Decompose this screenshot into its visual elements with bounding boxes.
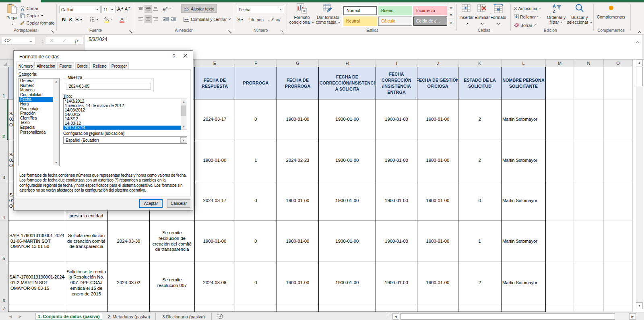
horizontal-scroll-thumb[interactable] [400, 313, 615, 320]
new-sheet-button[interactable] [217, 314, 223, 320]
cell-N4[interactable] [574, 181, 604, 221]
cell-H5[interactable]: 1900-01-00 [319, 221, 376, 262]
cell-J6[interactable]: 1900-01-00 [417, 262, 458, 304]
cell-style-Bueno[interactable]: Bueno [378, 6, 412, 15]
align-top-button[interactable] [137, 5, 144, 13]
sort-filter-button[interactable]: AZ Ordenar y filtrar [546, 3, 567, 25]
format-painter-button[interactable]: Copiar formato [20, 19, 54, 26]
cell-I2[interactable]: 1900-01-00 [376, 99, 417, 140]
increase-decimal-button[interactable]: ←.000 [267, 17, 274, 24]
cell-E4[interactable]: 2024-03-17 [195, 181, 235, 221]
sheet-tab-1. Conjunto de datos (pasiva)[interactable]: 1. Conjunto de datos (pasiva) [35, 313, 102, 320]
vertical-scrollbar[interactable] [636, 60, 643, 309]
cell-E2[interactable]: 2024-03-17 [195, 99, 235, 140]
percent-button[interactable]: % [250, 17, 254, 23]
dialog-tab-Fuente[interactable]: Fuente [57, 62, 74, 70]
type-scroll-thumb[interactable] [181, 105, 186, 116]
column-header-M[interactable]: M [546, 60, 574, 67]
wrap-text-button[interactable]: ab Ajustar texto [181, 4, 217, 13]
insert-function-button[interactable]: fx [75, 38, 79, 44]
cell-G3[interactable]: 2024-02-23 [277, 140, 319, 181]
cell-L4[interactable]: Martin Sotomayor [502, 181, 546, 221]
cell-C7[interactable] [108, 304, 150, 312]
comma-style-button[interactable]: 000 [257, 18, 264, 22]
cell-B7[interactable] [65, 304, 108, 312]
cell-I6[interactable]: 1900-01-00 [376, 262, 417, 304]
cell-N7[interactable] [574, 304, 604, 312]
cancel-button[interactable]: Cancelar [167, 199, 190, 208]
cell-L3[interactable]: Martin Sotomayor [502, 140, 546, 181]
cell-J7[interactable] [417, 304, 458, 312]
format-as-table-button[interactable]: Dar formato como tabla [315, 3, 341, 25]
addins-button[interactable]: Complementos [595, 3, 627, 20]
type-item[interactable]: 2012-03-14 [64, 126, 182, 130]
cell-I7[interactable] [376, 304, 417, 312]
cell-H2[interactable]: 1900-01-00 [319, 99, 376, 140]
dialog-help-button[interactable]: ? [169, 53, 178, 60]
cell-L2[interactable]: Martin Sotomayor [502, 99, 546, 140]
orientation-button[interactable]: ab [163, 5, 171, 12]
cell-O3[interactable] [604, 140, 633, 181]
decrease-font-button[interactable]: A▼ [125, 6, 130, 11]
column-header-J[interactable]: J [417, 60, 458, 67]
dialog-tab-Relleno[interactable]: Relleno [91, 62, 108, 70]
type-item[interactable]: 14/03/2012 [64, 108, 182, 112]
cell-N6[interactable] [574, 262, 604, 304]
cancel-entry-button[interactable]: ✕ [50, 38, 54, 43]
italic-button[interactable]: K [67, 17, 74, 23]
column-header-N[interactable]: N [574, 60, 604, 67]
category-scrollbar[interactable]: ▲ ▼ [53, 78, 59, 166]
conditional-formatting-button[interactable]: ≠ Formato condicional [289, 3, 315, 25]
cell-J3[interactable]: 1900-01-00 [417, 140, 458, 181]
column-header-E[interactable]: E [195, 60, 235, 67]
cell-M2[interactable] [546, 99, 574, 140]
cell-K7[interactable] [458, 304, 502, 312]
cell-N5[interactable] [574, 221, 604, 262]
cell-F2[interactable]: 0 [235, 99, 277, 140]
number-format-combo[interactable]: Fecha [237, 6, 284, 13]
cell-F1[interactable]: PRORROGA [235, 67, 277, 99]
align-bottom-button[interactable] [152, 5, 159, 13]
cell-D6[interactable]: Se remite resolución 007 [150, 262, 195, 304]
cell-L5[interactable]: Martin Sotomayor [502, 221, 546, 262]
cell-O7[interactable] [604, 304, 633, 312]
font-name-combo[interactable]: Calibri [59, 6, 101, 13]
cell-G5[interactable]: 1900-01-00 [277, 221, 319, 262]
gallery-down-button[interactable]: ▼ [448, 12, 454, 19]
type-scrollbar[interactable]: ▲ ▼ [181, 99, 187, 130]
cell-C6[interactable]: 2024-03-02 [108, 262, 150, 304]
cell-B5[interactable]: Solicita resolución de creación comité d… [65, 221, 108, 262]
cell-N1[interactable] [574, 67, 604, 99]
cell-L6[interactable]: Martin Sotomayor [502, 262, 546, 304]
cell-style-Celda de c...[interactable]: Celda de c... [413, 17, 447, 26]
dialog-tab-Borde[interactable]: Borde [75, 62, 90, 70]
cell-D5[interactable]: Se remite resolución de creación del com… [150, 221, 195, 262]
scroll-up-button[interactable]: ▲ [636, 60, 643, 66]
cell-M5[interactable] [546, 221, 574, 262]
collapse-formula-bar-button[interactable] [635, 38, 641, 43]
row-header-6[interactable]: 6 [0, 262, 8, 304]
cell-F4[interactable]: 0 [235, 181, 277, 221]
align-center-button[interactable] [144, 15, 152, 23]
cell-N2[interactable] [574, 99, 604, 140]
cell-style-Incorrecto[interactable]: Incorrecto [413, 6, 447, 15]
decrease-decimal-button[interactable]: .00→ [275, 17, 282, 24]
cell-F6[interactable]: 0 [235, 262, 277, 304]
decrease-indent-button[interactable] [163, 15, 169, 23]
gallery-up-button[interactable]: ▲ [448, 4, 454, 11]
cell-K2[interactable]: 2 [458, 99, 502, 140]
cell-M1[interactable] [546, 67, 574, 99]
cell-K5[interactable]: 1 [458, 221, 502, 262]
align-left-button[interactable] [137, 15, 144, 23]
column-header-G[interactable]: G [277, 60, 319, 67]
copy-button[interactable]: Copiar [20, 12, 43, 19]
sheet-nav-right-icon[interactable]: ▶ [16, 313, 24, 320]
cell-A5[interactable]: SAIP-1760013130001-2024- 01-06-MARTIN.SO… [8, 221, 65, 262]
dialog-close-button[interactable] [181, 53, 190, 60]
underline-button[interactable]: S [74, 17, 80, 23]
type-item[interactable]: *14/3/2012 [64, 99, 182, 103]
align-right-button[interactable] [152, 15, 159, 23]
row-header-5[interactable]: 5 [0, 221, 8, 262]
cell-G7[interactable] [277, 304, 319, 312]
scroll-right-button[interactable]: ▶ [629, 313, 636, 320]
